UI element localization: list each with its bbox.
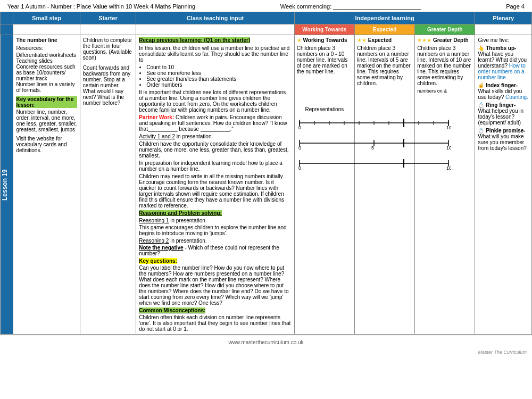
activity3-para: Children may need to write in all the mi… [139,173,291,209]
number-line-svg-2: 0 5 10 [297,136,451,151]
visit-text: Visit the website for vocabulary cards a… [16,136,77,153]
reasoning1-line: Reasoning 1 in presentation. [139,218,291,223]
lesson-sidebar: Lesson 19 [1,35,13,335]
pinkie-icon: 💍 [478,128,484,134]
index-link: Counting. [505,94,528,100]
plenary-cell: Give me five: 👆 Thumbs up- What have you… [475,35,532,335]
number-line-1: 0 10 [297,115,352,131]
note-line: Note the negative - Which of these could… [139,245,291,256]
greater-depth-star-label: ★★★ Greater Depth [417,37,472,43]
small-step-title: The number line [16,37,77,43]
svg-text:0: 0 [298,145,301,151]
representations-label: Representations [297,106,352,112]
page-header: Year 1 Autumn - Number : Place Value wit… [0,0,532,12]
key-q-text: Can you label the number line? How do yo… [139,265,291,306]
page-footer: www.masterthecurriculum.co.uk [0,336,532,348]
lesson-header-cell [1,12,13,24]
bullet-2: See one more/one less [146,70,291,76]
col-header-starter: Starter [80,12,136,24]
activity12-line: Activity 1 and 2 in presentation. [139,134,291,139]
numbers-on-text: numbers on & [417,88,472,94]
starter-text2: Count forwards and backwards from any nu… [83,65,133,106]
index-section: ☝ Index finger- What skills did you use … [478,82,529,100]
greater-depth-header: Greater Depth [415,24,475,35]
partner-work-label: Partner Work: [139,114,174,120]
teaching-bullets: Count to 10 See one more/one less See gr… [146,64,291,88]
intro-text: In this lesson, the children will use a … [139,45,291,63]
col-header-independent: Independent learning [294,12,475,24]
greater-depth-cell: ★★★ Greater Depth Children place 3 numbe… [415,35,475,335]
page-number: Page 4 [506,3,525,10]
thumb-label: Thumbs up- [486,45,516,51]
pinkie-text: What will you make sure you remember fro… [478,134,526,151]
misconceptions-label-line: Common Misconceptions: [139,307,291,313]
lesson-subheader-cell [1,24,13,35]
col-header-class-teaching: Class teaching input [136,12,294,24]
pinkie-label: Pinkie promise- [486,128,525,134]
bullet-4: Order numbers [146,82,291,88]
misconceptions-label: Common Misconceptions: [139,307,205,313]
ring-text: What helped you in today's lesson? (equi… [478,108,523,126]
recap-line: Recap previous learning: (Q1 on the star… [139,37,291,43]
starter-subheader [80,24,136,35]
key-q-label-line: Key questions: [139,258,291,264]
reasoning2-label: Reasoning 2 [139,238,169,244]
working-towards-star-label: ★ Working Towards [297,37,352,43]
index-icon: ☝ [478,82,484,88]
representations-section: Representations [297,106,352,172]
small-step-cell: The number line Resources: Differentiate… [13,35,80,335]
ring-section: 💍 Ring finger- What helped you in today'… [478,102,529,126]
reasoning2-line: Reasoning 2 in presentation. [139,238,291,244]
pinkie-section: 💍 Pinkie promise- What will you make sur… [478,128,529,151]
para1: It is important that children see lots o… [139,89,291,113]
week-commencing: Week commencing: _______________________… [280,3,421,10]
number-line-svg-3: 0 10 [297,156,451,171]
expected-cell: ★★ Expected Children place 3 numbers on … [354,35,414,335]
expected-stars: ★★ [357,37,367,43]
reasoning-label: Reasoning and Problem solving: [139,210,222,216]
svg-text:10: 10 [446,145,451,151]
ring-icon: 💍 [478,102,484,108]
class-teaching-subheader [136,24,294,35]
svg-text:10: 10 [446,165,451,171]
plenary-subheader [475,24,532,35]
starter-cell: Children to complete the fluent in four … [80,35,136,335]
greater-depth-sublabel: Greater Depth [433,37,469,43]
page-title: Year 1 Autumn - Number : Place Value wit… [7,3,195,10]
reasoning1-para: This game encourages children to explore… [139,225,291,236]
working-towards-text: Children place 3 numbers on a 0 - 10 num… [297,45,352,74]
recap-label: Recap previous learning: (Q1 on the star… [139,37,250,43]
svg-text:5: 5 [371,145,374,151]
misconceptions-text: Children often think each division on nu… [139,314,291,332]
partner-work-line: Partner Work: Children work in pairs. En… [139,114,291,132]
resources-label: Resources: [16,45,77,51]
svg-text:0: 0 [298,165,301,171]
number-line-2: 0 5 10 [297,136,352,152]
number-line-3: 0 10 [297,156,352,172]
activity12-para: Children have the opportunity consolidat… [139,141,291,159]
plenary-title: Give me five: [478,37,529,43]
key-vocab-text: Number line, number, order, interval, on… [16,109,77,132]
ring-label: Ring finger- [486,102,516,108]
number-line-svg-1: 0 10 [297,115,451,130]
class-teaching-cell: Recap previous learning: (Q1 on the star… [136,35,294,335]
working-star: ★ [297,37,302,43]
col-header-small-step: Small step [13,12,80,24]
key-vocab-label: Key vocabulary for the lesson: [16,96,77,108]
expected-star-label: ★★ Expected [357,37,412,43]
bottom-logo: Master The Curriculum [0,348,532,356]
expected-sublabel: Expected [368,37,392,43]
note-label: Note the negative [139,245,183,251]
footer-website: www.masterthecurriculum.co.uk [228,339,303,345]
bullet-3: See greater than/less than statements [146,76,291,82]
greater-depth-text: Children place 3 numbers on a number lin… [417,45,472,86]
thumb-icon: 👆 [478,45,484,51]
greater-depth-stars: ★★★ [417,37,431,43]
starter-text1: Children to complete the fluent in four … [83,37,133,61]
prep-text: In preparation for independent learning … [139,160,291,172]
svg-text:0: 0 [298,125,301,130]
svg-text:10: 10 [446,125,451,130]
working-towards-sublabel: Working Towards [303,37,347,43]
expected-text: Children place 3 numbers on a number lin… [357,45,412,86]
col-header-plenary: Plenary [475,12,532,24]
